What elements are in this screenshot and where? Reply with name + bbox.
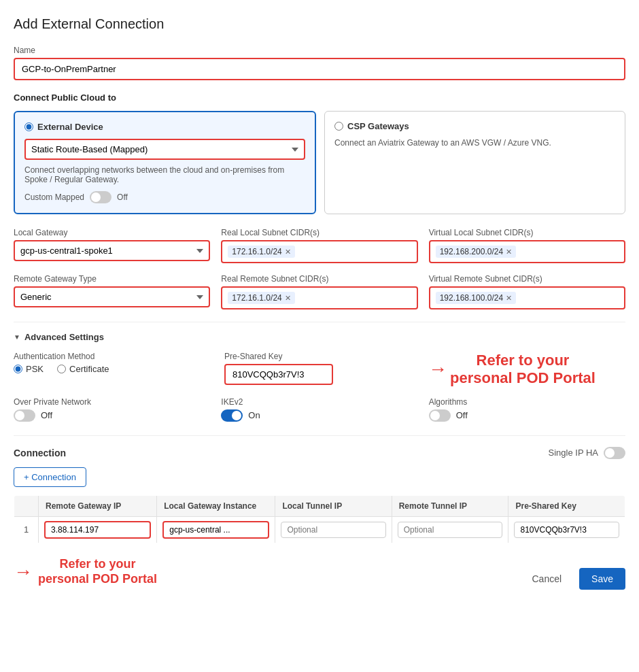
table-row: 1	[14, 516, 625, 543]
add-connection-button[interactable]: + Connection	[14, 467, 86, 487]
single-ip-ha-toggle[interactable]	[604, 447, 625, 459]
auth-method-label: Authentication Method	[14, 352, 211, 361]
annotation1-line1: Refer to your	[450, 352, 595, 369]
real-local-subnet-label: Real Local Subnet CIDR(s)	[221, 228, 417, 237]
csp-gateways-desc: Connect an Aviatrix Gateway to an AWS VG…	[334, 138, 615, 148]
name-label: Name	[14, 46, 625, 55]
row-local-tunnel-ip-cell[interactable]	[275, 516, 392, 543]
virtual-remote-subnet-tag-close[interactable]: ✕	[506, 294, 512, 303]
col-remote-tunnel-ip: Remote Tunnel IP	[392, 495, 508, 516]
col-pre-shared-key: Pre-Shared Key	[508, 495, 625, 516]
algorithms-label: Algorithms	[429, 397, 625, 407]
ikev2-label: IKEv2	[221, 397, 417, 407]
local-gateway-instance-input[interactable]	[162, 521, 269, 539]
real-remote-subnet-label: Real Remote Subnet CIDR(s)	[221, 274, 417, 284]
csp-gateways-radio[interactable]	[334, 122, 343, 131]
over-private-network-toggle[interactable]	[14, 409, 35, 422]
advanced-settings-header[interactable]: ▼ Advanced Settings	[14, 332, 625, 342]
over-private-network-label: Over Private Network	[14, 397, 210, 407]
connect-section-label: Connect Public Cloud to	[14, 93, 625, 103]
external-device-desc: Connect overlapping networks between the…	[24, 165, 305, 184]
psk-radio-option[interactable]: PSK	[14, 364, 44, 374]
remote-gateway-type-select[interactable]: Generic AWS VGW Azure VNG	[14, 286, 210, 307]
csp-gateways-radio-label[interactable]: CSP Gateways	[334, 121, 615, 131]
custom-mapped-label: Custom Mapped	[24, 192, 84, 202]
local-gateway-select[interactable]: gcp-us-central1-spoke1	[14, 240, 210, 261]
cancel-button[interactable]: Cancel	[521, 568, 572, 590]
virtual-remote-subnet-input[interactable]: 192.168.100.0/24 ✕	[429, 286, 625, 309]
row-remote-tunnel-ip-cell[interactable]	[392, 516, 508, 543]
algorithms-value: Off	[456, 410, 468, 420]
certificate-radio[interactable]	[57, 365, 66, 373]
custom-mapped-toggle[interactable]	[90, 191, 111, 203]
real-local-subnet-tag-close[interactable]: ✕	[285, 248, 291, 256]
remote-tunnel-ip-input[interactable]	[398, 522, 503, 538]
virtual-remote-subnet-label: Virtual Remote Subnet CIDR(s)	[429, 274, 625, 284]
annotation2-line1: Refer to your	[38, 557, 157, 572]
real-local-subnet-input[interactable]: 172.16.1.0/24 ✕	[221, 240, 417, 263]
external-device-radio[interactable]	[24, 122, 33, 131]
annotation1-line2: personal POD Portal	[450, 369, 595, 387]
row-num: 1	[14, 516, 39, 543]
real-remote-subnet-tag: 172.16.1.0/24 ✕	[228, 292, 294, 304]
real-remote-subnet-input[interactable]: 172.16.1.0/24 ✕	[221, 286, 417, 309]
col-local-gateway-instance: Local Gateway Instance	[157, 495, 275, 516]
name-input[interactable]	[14, 58, 625, 80]
virtual-local-subnet-tag-close[interactable]: ✕	[506, 248, 512, 256]
virtual-local-subnet-label: Virtual Local Subnet CIDR(s)	[429, 228, 625, 237]
certificate-radio-option[interactable]: Certificate	[57, 364, 109, 374]
row-remote-gateway-ip-cell[interactable]	[39, 516, 157, 543]
remote-gateway-ip-input[interactable]	[44, 521, 151, 539]
save-button[interactable]: Save	[579, 568, 625, 590]
annotation2-line2: personal POD Portal	[38, 572, 157, 587]
algorithms-toggle[interactable]	[429, 409, 451, 422]
psk-label: Pre-Shared Key	[224, 352, 421, 361]
row-pre-shared-key-cell[interactable]	[508, 516, 625, 543]
col-num	[14, 495, 39, 516]
single-ip-ha-label: Single IP HA	[549, 448, 598, 458]
real-local-subnet-tag: 172.16.1.0/24 ✕	[228, 246, 294, 258]
ikev2-toggle[interactable]	[221, 409, 243, 422]
remote-gateway-type-label: Remote Gateway Type	[14, 274, 210, 284]
connection-section-label: Connection	[14, 448, 66, 458]
col-remote-gateway-ip: Remote Gateway IP	[39, 495, 157, 516]
col-local-tunnel-ip: Local Tunnel IP	[275, 495, 392, 516]
external-device-radio-label[interactable]: External Device	[24, 122, 305, 132]
static-route-dropdown[interactable]: Static Route-Based (Mapped) Dynamic BGP-…	[24, 139, 305, 160]
virtual-local-subnet-tag: 192.168.200.0/24 ✕	[436, 246, 516, 258]
local-tunnel-ip-input[interactable]	[281, 522, 385, 538]
page-title: Add External Connection	[14, 16, 625, 32]
custom-mapped-value: Off	[117, 192, 128, 202]
local-gateway-label: Local Gateway	[14, 228, 210, 237]
advanced-settings-chevron: ▼	[14, 333, 20, 341]
external-device-card: External Device Static Route-Based (Mapp…	[14, 111, 316, 214]
virtual-local-subnet-input[interactable]: 192.168.200.0/24 ✕	[429, 240, 625, 263]
csp-gateways-card: CSP Gateways Connect an Aviatrix Gateway…	[324, 111, 625, 214]
real-remote-subnet-tag-close[interactable]: ✕	[285, 294, 291, 303]
psk-input[interactable]	[224, 364, 333, 385]
connection-table: Remote Gateway IP Local Gateway Instance…	[14, 495, 625, 543]
row-psk-input[interactable]	[514, 522, 619, 538]
row-local-gateway-instance-cell[interactable]	[157, 516, 275, 543]
psk-radio[interactable]	[14, 365, 22, 373]
ikev2-value: On	[248, 410, 260, 420]
over-private-network-value: Off	[41, 410, 52, 420]
virtual-remote-subnet-tag: 192.168.100.0/24 ✕	[436, 292, 516, 304]
